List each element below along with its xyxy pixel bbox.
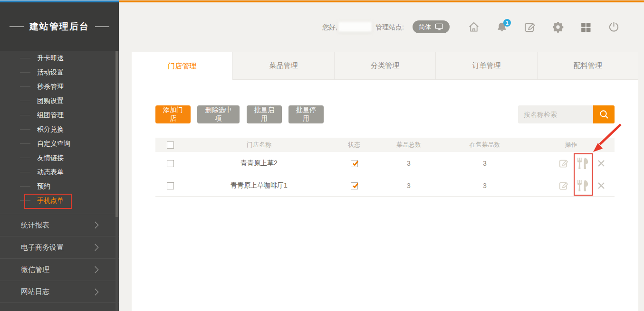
admin-dashboard: 建站管理后台 升卡即送 活动设置 秒杀管理 团购设置 组团管理 积分兑换 自定义… (0, 0, 644, 311)
title-decor-line (95, 26, 109, 27)
section-label: 微信管理 (21, 265, 49, 274)
language-pill-label: 简体 (419, 23, 431, 31)
greeting-text: 您好, (322, 23, 337, 32)
col-header-name: 门店名称 (185, 141, 333, 149)
table-header: 门店名称 状态 菜品总数 在售菜品数 操作 (155, 138, 615, 152)
tab-bar: 门店管理 菜品管理 分类管理 订单管理 配料管理 (132, 52, 638, 80)
sidebar: 建站管理后台 升卡即送 活动设置 秒杀管理 团购设置 组团管理 积分兑换 自定义… (0, 2, 119, 311)
sidebar-menu: 升卡即送 活动设置 秒杀管理 团购设置 组团管理 积分兑换 自定义查询 友情链接… (0, 51, 119, 207)
search-icon (598, 109, 610, 120)
sidebar-section-wechat[interactable]: 微信管理 (0, 258, 119, 281)
sidebar-item-booking[interactable]: 预约 (0, 179, 119, 193)
check-icon (352, 182, 359, 189)
col-header-onsale: 在售菜品数 (442, 141, 528, 149)
store-name: 青青原上草2 (185, 159, 333, 168)
sidebar-scrollbar[interactable] (115, 51, 118, 311)
sidebar-item-activity[interactable]: 活动设置 (0, 65, 119, 79)
gear-icon[interactable] (552, 21, 564, 33)
sidebar-item-group-manage[interactable]: 组团管理 (0, 108, 119, 122)
section-label: 电子商务设置 (21, 243, 64, 252)
table-row: 青青原上草咖啡厅1 3 3 (155, 174, 615, 197)
row-checkbox[interactable] (167, 182, 174, 189)
monitor-icon (435, 23, 443, 30)
delete-x-icon[interactable] (597, 181, 606, 190)
chevron-right-icon (91, 242, 102, 253)
tab-order-management[interactable]: 订单管理 (435, 52, 537, 80)
site-label: 管理站点: (375, 23, 404, 32)
batch-disable-button[interactable]: 批量停用 (288, 105, 324, 123)
add-store-button[interactable]: 添加门店 (155, 105, 191, 123)
chevron-right-icon (91, 264, 102, 275)
sidebar-item-dynamic-form[interactable]: 动态表单 (0, 165, 119, 179)
power-icon[interactable] (608, 21, 620, 33)
chevron-right-icon (91, 287, 102, 297)
sidebar-item-flash-sale[interactable]: 秒杀管理 (0, 79, 119, 94)
sidebar-section-site-log[interactable]: 网站日志 (0, 281, 119, 303)
total-dishes: 3 (375, 160, 442, 167)
chevron-right-icon (91, 220, 102, 230)
row-checkbox[interactable] (167, 160, 174, 167)
sidebar-section-ecommerce[interactable]: 电子商务设置 (0, 236, 119, 258)
search-button[interactable] (593, 105, 615, 123)
delete-x-icon[interactable] (597, 159, 606, 168)
batch-enable-button[interactable]: 批量启用 (247, 105, 282, 123)
search-input[interactable] (518, 105, 593, 123)
section-label: 网站日志 (21, 287, 49, 296)
user-name-redacted (338, 22, 372, 32)
compose-icon[interactable] (524, 21, 536, 33)
tab-category-management[interactable]: 分类管理 (334, 52, 435, 80)
sidebar-scrollbar-thumb[interactable] (115, 51, 118, 217)
tab-dish-management[interactable]: 菜品管理 (232, 52, 334, 80)
app-title-text: 建站管理后台 (29, 20, 89, 33)
edit-icon[interactable] (558, 158, 569, 169)
tab-ingredient-management[interactable]: 配料管理 (537, 52, 638, 80)
delete-selected-button[interactable]: 删除选中项 (197, 105, 240, 123)
edit-icon[interactable] (558, 180, 569, 191)
total-dishes: 3 (375, 182, 442, 189)
notification-badge: 1 (503, 19, 511, 27)
tab-store-management[interactable]: 门店管理 (132, 52, 232, 80)
section-label: 统计报表 (21, 221, 49, 230)
check-icon (352, 160, 359, 167)
onsale-dishes: 3 (442, 182, 528, 189)
app-title: 建站管理后台 (0, 2, 119, 51)
status-checkbox-checked[interactable] (351, 160, 358, 167)
sidebar-section-statistics[interactable]: 统计报表 (0, 214, 119, 236)
select-all-checkbox[interactable] (167, 141, 174, 149)
sidebar-item-group-buy[interactable]: 团购设置 (0, 94, 119, 108)
table-row: 青青原上草2 3 3 (155, 152, 615, 174)
store-name: 青青原上草咖啡厅1 (185, 181, 333, 190)
col-header-ops: 操作 (528, 141, 615, 149)
fork-knife-icon[interactable] (576, 157, 590, 170)
col-header-total: 菜品总数 (375, 141, 442, 149)
onsale-dishes: 3 (442, 160, 528, 167)
grid-icon[interactable] (580, 21, 592, 33)
sidebar-item-custom-query[interactable]: 自定义查询 (0, 136, 119, 151)
sidebar-item-mobile-order[interactable]: 手机点单 (0, 193, 119, 207)
col-header-status: 状态 (333, 141, 375, 149)
sidebar-item-links[interactable]: 友情链接 (0, 151, 119, 165)
main-top-accent-bar (119, 0, 644, 2)
sidebar-item-points[interactable]: 积分兑换 (0, 122, 119, 136)
fork-knife-icon[interactable] (576, 179, 590, 192)
sidebar-item-card-gift[interactable]: 升卡即送 (0, 51, 119, 65)
home-icon[interactable] (468, 21, 480, 33)
title-decor-line (10, 26, 24, 27)
language-pill-button[interactable]: 简体 (413, 20, 450, 33)
sidebar-sections: 统计报表 电子商务设置 微信管理 网站日志 (0, 214, 119, 303)
status-checkbox-checked[interactable] (351, 182, 358, 189)
